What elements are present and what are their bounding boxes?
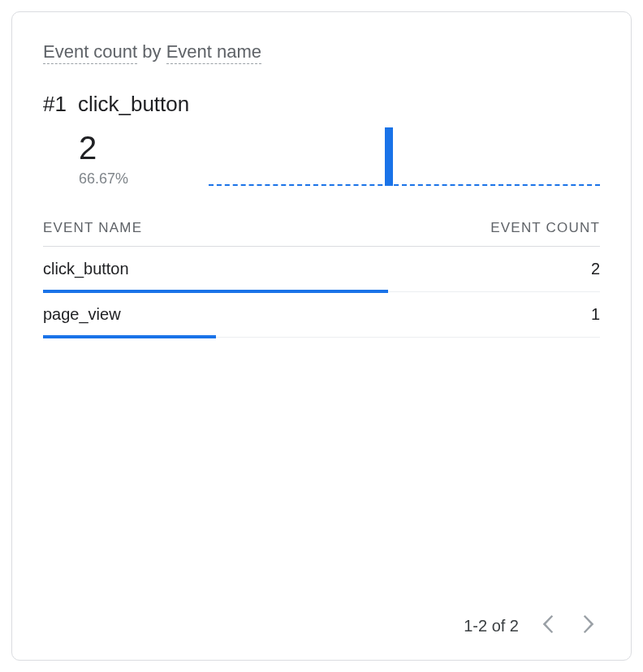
row-event-count: 2	[591, 260, 600, 278]
col-header-count: EVENT COUNT	[490, 220, 600, 236]
dimension-link[interactable]: Event name	[166, 41, 261, 64]
table-header-row: EVENT NAME EVENT COUNT	[43, 212, 600, 247]
top-event-stats: #1 click_button 2 66.67%	[43, 92, 189, 187]
event-count-card: Event count by Event name #1 click_butto…	[11, 11, 632, 661]
table-row[interactable]: click_button2	[43, 247, 600, 292]
col-header-name: EVENT NAME	[43, 220, 142, 236]
sparkline-baseline	[209, 184, 600, 186]
table-row[interactable]: page_view1	[43, 292, 600, 338]
sparkline-bar	[385, 127, 393, 186]
top-event-percent: 66.67%	[79, 170, 189, 187]
by-text: by	[137, 41, 166, 62]
top-event-block: #1 click_button 2 66.67%	[43, 92, 600, 187]
sparkline-chart	[209, 121, 600, 186]
top-event-rank: #1	[43, 92, 67, 117]
pagination-prev-button[interactable]	[537, 614, 559, 637]
pagination: 1-2 of 2	[43, 605, 600, 637]
chevron-left-icon	[542, 615, 554, 637]
pagination-label: 1-2 of 2	[464, 617, 519, 635]
chevron-right-icon	[583, 615, 594, 637]
metric-link[interactable]: Event count	[43, 41, 137, 64]
row-event-name: click_button	[43, 260, 129, 278]
table-body: click_button2page_view1	[43, 247, 600, 338]
pagination-next-button[interactable]	[577, 614, 600, 637]
row-event-count: 1	[591, 305, 600, 324]
card-title: Event count by Event name	[43, 41, 600, 62]
top-event-heading: #1 click_button	[43, 92, 189, 117]
row-event-name: page_view	[43, 305, 121, 324]
top-event-value: 2	[79, 131, 189, 164]
top-event-name: click_button	[78, 92, 189, 117]
row-bar	[43, 335, 216, 338]
